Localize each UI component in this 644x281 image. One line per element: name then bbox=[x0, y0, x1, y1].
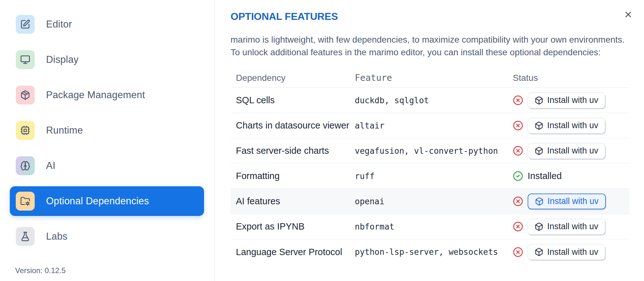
not-installed-icon bbox=[513, 120, 523, 131]
panel-description: marimo is lightweight, with few dependen… bbox=[231, 33, 634, 59]
sidebar-item-runtime[interactable]: Runtime bbox=[10, 116, 204, 145]
not-installed-icon bbox=[513, 95, 523, 105]
not-installed-icon bbox=[513, 196, 523, 206]
table-row: SQL cells duckdb, sqlglot Install with u… bbox=[231, 88, 629, 113]
cpu-icon bbox=[16, 121, 35, 140]
description-line-1: marimo is lightweight, with few dependen… bbox=[231, 35, 625, 45]
installed-label: Installed bbox=[528, 171, 562, 181]
circle-x-icon bbox=[513, 196, 523, 206]
settings-dialog: Editor Display Package Management Runtim… bbox=[0, 0, 644, 281]
table-body: SQL cells duckdb, sqlglot Install with u… bbox=[231, 88, 629, 265]
status-cell: Installed bbox=[513, 171, 629, 181]
dependency-cell: SQL cells bbox=[231, 95, 355, 105]
flask-icon bbox=[20, 231, 30, 242]
cpu-icon bbox=[20, 125, 30, 135]
close-icon bbox=[624, 10, 633, 19]
dependency-cell: AI features bbox=[231, 196, 355, 206]
sidebar-item-display[interactable]: Display bbox=[10, 45, 204, 75]
col-header-status: Status bbox=[513, 73, 629, 83]
box-icon bbox=[535, 197, 544, 206]
not-installed-icon bbox=[513, 146, 523, 156]
sidebar-item-ai[interactable]: AI bbox=[10, 151, 204, 181]
not-installed-icon bbox=[513, 221, 523, 232]
dependency-cell: Language Server Protocol bbox=[231, 247, 355, 257]
version-label: Version: 0.12.5 bbox=[15, 266, 66, 275]
status-cell: Install with uv bbox=[513, 194, 629, 209]
description-line-2: To unlock additional features in the mar… bbox=[231, 47, 601, 57]
feature-cell: nbformat bbox=[355, 222, 513, 231]
install-with-uv-button[interactable]: Install with uv bbox=[528, 194, 606, 209]
feature-cell: vegafusion, vl-convert-python bbox=[355, 146, 513, 156]
sidebar-item-label: Display bbox=[46, 54, 79, 65]
circle-x-icon bbox=[513, 95, 523, 105]
circle-check-icon bbox=[513, 171, 523, 181]
col-header-dependency: Dependency bbox=[231, 73, 355, 83]
table-header-row: Dependency Feature Status bbox=[231, 68, 629, 88]
circle-x-icon bbox=[513, 146, 523, 156]
install-with-uv-button[interactable]: Install with uv bbox=[528, 93, 605, 108]
feature-cell: openai bbox=[355, 197, 513, 206]
page-title: OPTIONAL FEATURES bbox=[231, 11, 338, 22]
table-row: Charts in datasource viewer altair Insta… bbox=[231, 113, 629, 138]
sidebar-item-label: AI bbox=[46, 160, 56, 171]
dependency-cell: Export as IPYNB bbox=[231, 221, 355, 232]
feature-cell: python-lsp-server, websockets bbox=[355, 247, 513, 257]
package-icon bbox=[20, 90, 30, 100]
sidebar-item-package-management[interactable]: Package Management bbox=[10, 80, 204, 110]
feature-cell: duckdb, sqlglot bbox=[355, 96, 513, 105]
sidebar-item-label: Runtime bbox=[46, 125, 83, 136]
flask-icon bbox=[16, 227, 35, 246]
install-with-uv-button[interactable]: Install with uv bbox=[528, 219, 605, 235]
not-installed-icon bbox=[513, 247, 523, 257]
package-icon bbox=[16, 86, 35, 105]
dependencies-table: Dependency Feature Status SQL cells duck… bbox=[231, 68, 629, 265]
sidebar-item-label: Editor bbox=[46, 19, 72, 30]
install-with-uv-button[interactable]: Install with uv bbox=[528, 244, 605, 260]
status-cell: Install with uv bbox=[513, 244, 629, 260]
installed-check-icon bbox=[513, 171, 523, 181]
settings-sidebar: Editor Display Package Management Runtim… bbox=[0, 0, 214, 281]
close-button[interactable] bbox=[621, 8, 635, 21]
col-header-feature: Feature bbox=[355, 73, 513, 83]
sidebar-nav: Editor Display Package Management Runtim… bbox=[10, 9, 204, 257]
circle-x-icon bbox=[513, 247, 523, 257]
status-cell: Install with uv bbox=[513, 93, 629, 108]
square-pen-icon bbox=[16, 15, 35, 34]
brain-icon bbox=[20, 161, 30, 171]
table-row: AI features openai Install with uv bbox=[231, 189, 629, 214]
dependency-cell: Formatting bbox=[231, 171, 355, 181]
dependency-cell: Fast server-side charts bbox=[231, 146, 355, 156]
circle-x-icon bbox=[513, 221, 523, 232]
box-icon bbox=[535, 146, 543, 155]
table-row: Fast server-side charts vegafusion, vl-c… bbox=[231, 138, 629, 164]
sidebar-item-editor[interactable]: Editor bbox=[10, 9, 204, 39]
status-cell: Install with uv bbox=[513, 219, 629, 235]
optional-features-panel: OPTIONAL FEATURES marimo is lightweight,… bbox=[215, 0, 644, 281]
sidebar-item-optional-dependencies[interactable]: Optional Dependencies bbox=[10, 186, 204, 216]
status-cell: Install with uv bbox=[513, 143, 629, 159]
box-icon bbox=[535, 96, 543, 105]
sidebar-item-label: Labs bbox=[46, 231, 67, 242]
table-row: Language Server Protocol python-lsp-serv… bbox=[231, 239, 629, 265]
monitor-icon bbox=[16, 50, 35, 69]
monitor-icon bbox=[20, 55, 30, 65]
sidebar-item-label: Optional Dependencies bbox=[46, 195, 149, 207]
install-with-uv-button[interactable]: Install with uv bbox=[528, 118, 605, 134]
install-with-uv-button[interactable]: Install with uv bbox=[528, 143, 605, 159]
feature-cell: ruff bbox=[355, 171, 513, 181]
table-row: Formatting ruff Installed bbox=[231, 164, 629, 189]
dependency-cell: Charts in datasource viewer bbox=[231, 120, 355, 131]
folder-cog-icon bbox=[20, 196, 30, 206]
circle-x-icon bbox=[513, 120, 523, 131]
box-icon bbox=[535, 222, 543, 231]
box-icon bbox=[535, 121, 543, 130]
box-icon bbox=[535, 248, 543, 256]
square-pen-icon bbox=[20, 19, 30, 29]
folder-cog-icon bbox=[16, 192, 35, 211]
status-cell: Install with uv bbox=[513, 118, 629, 134]
feature-cell: altair bbox=[355, 121, 513, 130]
sidebar-item-label: Package Management bbox=[46, 89, 145, 101]
sidebar-item-labs[interactable]: Labs bbox=[10, 222, 204, 251]
brain-icon bbox=[16, 156, 35, 175]
table-row: Export as IPYNB nbformat Install with uv bbox=[231, 214, 629, 239]
